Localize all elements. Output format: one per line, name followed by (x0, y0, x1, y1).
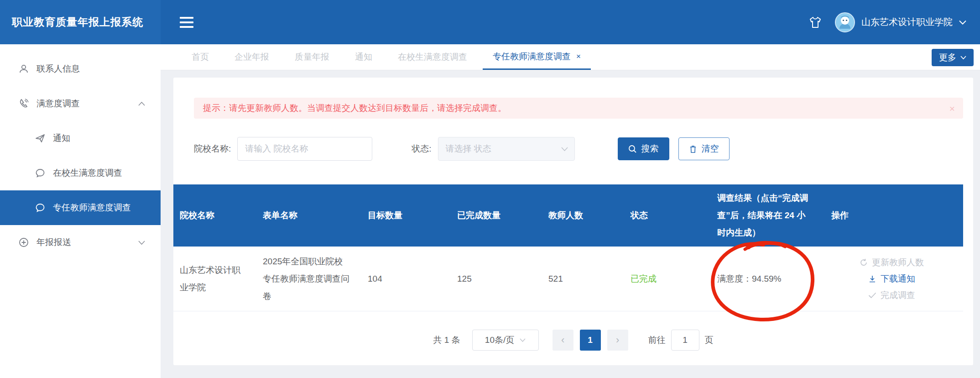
cell-school: 山东艺术设计职业学院 (173, 247, 256, 311)
cell-actions: 更新教师人数 下载通知 完成调查 (825, 247, 963, 311)
sidebar-item-notice[interactable]: 通知 (0, 121, 161, 156)
pagination: 共 1 条 10条/页 ‹ 1 › 前往 页 (173, 330, 973, 351)
school-filter-label: 院校名称: (194, 143, 231, 155)
next-page-button[interactable]: › (607, 330, 628, 351)
chevron-down-icon (561, 147, 568, 151)
tab-quality-report[interactable]: 质量年报 (285, 44, 339, 70)
current-page[interactable]: 1 (580, 330, 601, 351)
circle-plus-icon (18, 237, 29, 248)
search-icon (628, 145, 637, 153)
page-size-select[interactable]: 10条/页 (472, 330, 539, 351)
menu-toggle-icon[interactable] (180, 17, 193, 28)
goto-page-input[interactable] (671, 330, 699, 351)
tab-teacher-survey[interactable]: 专任教师满意度调查 × (483, 44, 591, 70)
tab-student-survey[interactable]: 在校生满意度调查 (388, 44, 477, 70)
update-teacher-count-button[interactable]: 更新教师人数 (860, 258, 924, 267)
table-row: 山东艺术设计职业学院 2025年全国职业院校专任教师满意度调查问卷 104 12… (173, 247, 963, 311)
clear-button[interactable]: 清空 (678, 137, 730, 160)
theme-shirt-icon[interactable] (808, 16, 822, 29)
user-icon (18, 63, 29, 74)
chevron-down-icon (960, 56, 966, 59)
status-badge: 已完成 (631, 270, 657, 288)
col-header: 目标数量 (361, 184, 451, 247)
cell-status: 已完成 (624, 247, 711, 311)
alert-close-icon[interactable]: × (949, 104, 955, 113)
sidebar: 联系人信息 满意度调查 通知 在校生满意度调查 专任教师满意度调查 年报报送 (0, 44, 161, 378)
status-select-placeholder: 请选择 状态 (446, 143, 561, 155)
status-select[interactable]: 请选择 状态 (438, 137, 575, 161)
col-header: 已完成数量 (451, 184, 542, 247)
download-icon (868, 275, 876, 283)
finish-survey-button[interactable]: 完成调查 (868, 291, 915, 299)
sidebar-item-label: 在校生满意度调查 (53, 167, 122, 179)
main-area: 首页 企业年报 质量年报 通知 在校生满意度调查 专任教师满意度调查 × 更多 … (161, 44, 980, 378)
tab-bar: 首页 企业年报 质量年报 通知 在校生满意度调查 专任教师满意度调查 × 更多 (161, 44, 980, 70)
tab-notice[interactable]: 通知 (345, 44, 382, 70)
sidebar-item-annual-report[interactable]: 年报报送 (0, 225, 161, 260)
trash-icon (689, 145, 697, 153)
chevron-down-icon (138, 241, 145, 245)
alert-text: 提示：请先更新教师人数。当调查提交人数达到目标数量后，请选择完成调查。 (203, 102, 506, 114)
app-header: 职业教育质量年报上报系统 山东艺术设计职业学院 (0, 0, 980, 44)
check-icon (868, 292, 876, 299)
cell-result: 满意度：94.59% (711, 247, 825, 311)
sidebar-item-student-survey[interactable]: 在校生满意度调查 (0, 156, 161, 190)
avatar (835, 12, 855, 32)
col-header: 操作 (825, 184, 963, 247)
tab-close-icon[interactable]: × (576, 52, 581, 61)
cell-teachers: 521 (542, 247, 624, 311)
sidebar-item-teacher-survey[interactable]: 专任教师满意度调查 (0, 190, 161, 225)
app-brand: 职业教育质量年报上报系统 (0, 0, 161, 44)
col-header: 调查结果（点击“完成调查”后，结果将在 24 小时内生成） (711, 184, 825, 247)
tab-enterprise-report[interactable]: 企业年报 (224, 44, 279, 70)
chevron-down-icon (520, 338, 526, 342)
download-notice-link[interactable]: 下载通知 (868, 274, 915, 283)
col-header: 教师人数 (542, 184, 624, 247)
chevron-down-icon (959, 20, 966, 25)
search-button[interactable]: 搜索 (618, 137, 669, 160)
table-header-row: 院校名称 表单名称 目标数量 已完成数量 教师人数 状态 调查结果（点击“完成调… (173, 184, 963, 247)
survey-table: 院校名称 表单名称 目标数量 已完成数量 教师人数 状态 调查结果（点击“完成调… (173, 184, 963, 311)
tab-home[interactable]: 首页 (182, 44, 219, 70)
goto-label: 前往 (648, 334, 666, 346)
cell-completed: 125 (451, 247, 542, 311)
sidebar-item-label: 满意度调查 (36, 98, 80, 110)
user-menu[interactable]: 山东艺术设计职业学院 (835, 12, 966, 32)
chat-bubble-icon (35, 168, 46, 178)
prev-page-button[interactable]: ‹ (553, 330, 573, 351)
filter-bar: 院校名称: 状态: 请选择 状态 搜索 清空 (194, 137, 963, 161)
alert-banner: 提示：请先更新教师人数。当调查提交人数达到目标数量后，请选择完成调查。 × (194, 98, 963, 119)
col-header: 表单名称 (256, 184, 361, 247)
status-filter-label: 状态: (412, 143, 431, 155)
send-icon (35, 133, 46, 144)
sidebar-item-satisfaction-survey[interactable]: 满意度调查 (0, 86, 161, 121)
refresh-icon (860, 258, 868, 267)
school-name: 山东艺术设计职业学院 (861, 16, 953, 28)
goto-unit: 页 (705, 334, 714, 346)
chevron-up-icon (138, 102, 145, 106)
sidebar-item-contact-info[interactable]: 联系人信息 (0, 52, 161, 86)
cell-target: 104 (361, 247, 451, 311)
pagination-total: 共 1 条 (433, 334, 460, 346)
sidebar-item-label: 通知 (53, 132, 70, 144)
chat-bubble-icon (35, 202, 46, 213)
col-header: 状态 (624, 184, 711, 247)
col-header: 院校名称 (173, 184, 256, 247)
content-card: 提示：请先更新教师人数。当调查提交人数达到目标数量后，请选择完成调查。 × 院校… (173, 78, 973, 365)
sidebar-item-label: 年报报送 (36, 236, 71, 248)
sidebar-item-label: 联系人信息 (36, 63, 80, 75)
phone-icon (18, 98, 29, 109)
school-name-input[interactable] (237, 137, 372, 161)
app-title: 职业教育质量年报上报系统 (12, 15, 143, 29)
sidebar-item-label: 专任教师满意度调查 (53, 202, 131, 214)
cell-form-name: 2025年全国职业院校专任教师满意度调查问卷 (256, 247, 361, 311)
more-button[interactable]: 更多 (932, 49, 974, 66)
